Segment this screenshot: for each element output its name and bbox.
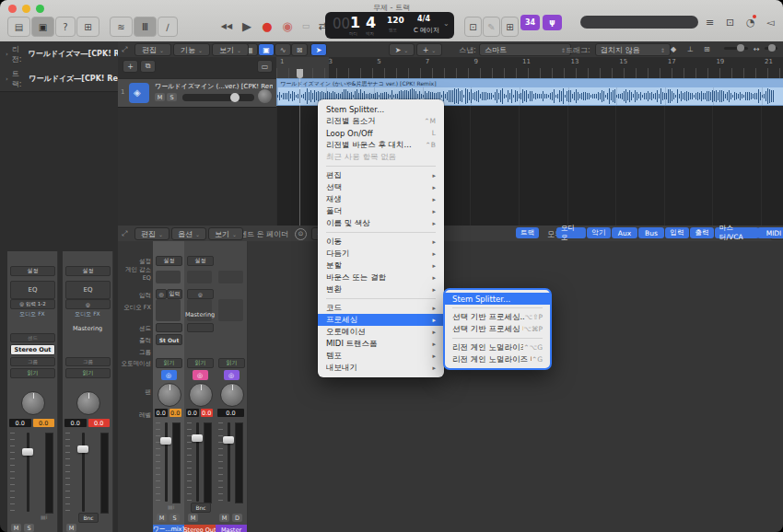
track-icon[interactable]: ◈ [129, 83, 149, 103]
context-menu-item[interactable]: 다듬기▸ [318, 248, 444, 260]
context-menu-item[interactable]: 템포▸ [318, 350, 444, 362]
volume-value[interactable]: 0.0 [186, 409, 199, 417]
type-filter-Aux[interactable]: Aux [612, 227, 637, 238]
track-mute-button[interactable]: M [155, 93, 165, 101]
pan-knob[interactable] [158, 383, 181, 407]
output-button[interactable]: St Out [156, 334, 182, 345]
sends-slot[interactable] [187, 323, 214, 332]
mute-button[interactable]: M [157, 514, 167, 522]
group-slot[interactable]: 그룹 [65, 357, 111, 366]
type-filter-출력[interactable]: 출력 [690, 227, 714, 238]
context-menu-item[interactable]: 오토메이션▸ [318, 326, 444, 338]
sends-slot[interactable] [156, 323, 182, 332]
display-icon[interactable]: ⊡ [726, 17, 734, 29]
fader-cap[interactable] [223, 436, 234, 444]
context-menu-item[interactable]: 편집▸ [318, 169, 444, 181]
audio-fx-plugin[interactable]: Mastering [184, 311, 216, 318]
submenu-item[interactable]: Stem Splitter... [444, 293, 551, 305]
volume-value[interactable]: 0.0 [9, 419, 31, 427]
eq-display[interactable]: EQ [65, 281, 111, 299]
automation-button[interactable]: 읽기 [187, 358, 214, 368]
eq-display[interactable] [218, 271, 243, 283]
context-menu-item[interactable]: MIDI 트랜스폼▸ [318, 338, 444, 350]
context-menu-item[interactable]: 최근 사용 항목 없음 [318, 151, 444, 163]
context-menu-item[interactable]: Stem Splitter... [318, 103, 444, 115]
menu-button-옵션[interactable]: 옵션⌄ [171, 227, 206, 240]
solo-button[interactable]: S [169, 514, 180, 522]
mute-button[interactable]: M [188, 514, 198, 522]
master-volume-button[interactable]: ⊞ [501, 17, 519, 37]
tuner-badge[interactable]: ψ [543, 15, 562, 30]
volume-slider-knob[interactable] [230, 93, 240, 102]
context-menu-item[interactable]: Loop On/OffL [318, 127, 444, 139]
track-header-1[interactable]: 1 ◈ ワールドイズマイン (...ver.) [CPK! Remix] M S [118, 78, 276, 108]
pan-knob[interactable] [21, 391, 45, 415]
playhead-marker[interactable] [297, 69, 303, 78]
mute-button[interactable]: M [66, 524, 76, 532]
badge-count[interactable]: 34 [520, 15, 540, 30]
submenu-item[interactable]: 리전 게인 노멀라이즈...⌃⌥G [444, 341, 551, 353]
bounce-button[interactable]: Bnc [191, 503, 211, 513]
mute-button[interactable]: M [219, 514, 229, 522]
type-filter-마스터/VCA[interactable]: 마스터/VCA [715, 227, 759, 238]
play-button[interactable]: ▶ [238, 17, 256, 35]
resize-icon[interactable]: ⤢ [122, 45, 127, 54]
input-button[interactable]: ◎ [65, 299, 111, 309]
eq-display[interactable] [156, 271, 181, 283]
v-zoom-slider[interactable] [724, 47, 748, 50]
submenu-item[interactable]: 선택 기반 프로세싱...⌥⇧P [444, 311, 551, 323]
setting-button[interactable]: 설정 [187, 256, 214, 266]
fader-cap[interactable] [192, 434, 203, 442]
waveform-view-icon[interactable]: ▣ [258, 43, 275, 56]
secondary-tool-menu[interactable]: +⌄ [416, 43, 442, 56]
filter-tracks-button[interactable]: 트랙 [516, 227, 539, 238]
submenu-item[interactable]: 리전 게인 노멀라이즈 다시 적용⌃G [444, 353, 551, 365]
audio-output-icon[interactable]: ◅ [766, 17, 774, 29]
input-button[interactable]: ◎ [187, 289, 214, 299]
library-button[interactable]: ▤ [7, 17, 30, 37]
inspector-region-row[interactable]: › 리전: ワールドイズマ―[CPK! Remix] [0, 41, 118, 67]
type-filter-입력[interactable]: 입력 [665, 227, 689, 238]
snap-dropdown[interactable]: 스마트⇕ [479, 43, 571, 56]
context-menu-item[interactable]: 내보내기▸ [318, 362, 444, 374]
output-button[interactable]: Stereo Out [10, 344, 55, 355]
stereo-format-button[interactable]: ◎ [161, 370, 177, 380]
context-menu-item[interactable]: 리전별 바운스 후 대치...⌃B [318, 139, 444, 151]
volume-value[interactable]: 0.0 [64, 419, 87, 427]
automation-button[interactable]: 읽기 [218, 358, 245, 368]
smart-controls-button[interactable]: ≋ [110, 17, 133, 37]
bounce-button[interactable]: Bnc [78, 513, 99, 523]
type-filter-오디오[interactable]: 오디오 [556, 227, 586, 238]
sends-on-fader-power-icon[interactable]: ⊙ [295, 228, 307, 240]
pan-knob[interactable] [76, 391, 100, 415]
context-menu-item[interactable]: 리전별 음소거⌃M [318, 115, 444, 127]
add-track-button[interactable]: + [123, 60, 138, 73]
vertical-zoom-icon[interactable]: ⊥ [687, 45, 694, 53]
menu-button-보기[interactable]: 보기⌄ [208, 227, 243, 240]
context-menu-item[interactable]: 바운스 또는 결합▸ [318, 272, 444, 283]
audio-fx-slot[interactable] [10, 309, 53, 331]
context-menu-item[interactable]: 선택▸ [318, 181, 444, 193]
waveform-zoom-icon[interactable]: ◆ [671, 45, 676, 53]
automation-button[interactable]: 읽기 [10, 368, 55, 378]
fader-cap[interactable] [77, 445, 88, 453]
v-zoom-knob[interactable] [737, 44, 744, 52]
strip-name-tag[interactable]: Master [216, 525, 247, 532]
drag-dropdown[interactable]: 겹치지 않음⇕ [595, 43, 671, 56]
rewind-button[interactable]: ◀◀ [217, 17, 236, 35]
notification-bell-icon[interactable]: ◔ [746, 17, 755, 29]
audio-fx-slot[interactable] [156, 299, 181, 321]
stereo-format-button[interactable]: ◎ [224, 370, 240, 380]
region-header[interactable]: ワールドイズマイン (かいや&片思ヤナコ ver.) [CPK! Remix] [277, 79, 783, 87]
catch-playhead-icon[interactable]: ➤ [310, 43, 327, 56]
fader-cap[interactable] [22, 448, 33, 456]
pan-knob[interactable] [189, 383, 213, 407]
track-volume-slider[interactable] [182, 94, 254, 101]
record-button[interactable]: ● [258, 17, 276, 35]
track-pan-knob[interactable] [258, 89, 272, 103]
track-header-options-button[interactable]: ▭ [257, 60, 273, 73]
mixer-toggle-button[interactable]: Ⅲ [134, 17, 157, 37]
toolbar-toggle-button[interactable]: ⊞ [76, 17, 99, 37]
menu-button-편집[interactable]: 편집⌄ [134, 43, 171, 56]
pointer-tool-menu[interactable]: ➤⌄ [389, 43, 415, 56]
